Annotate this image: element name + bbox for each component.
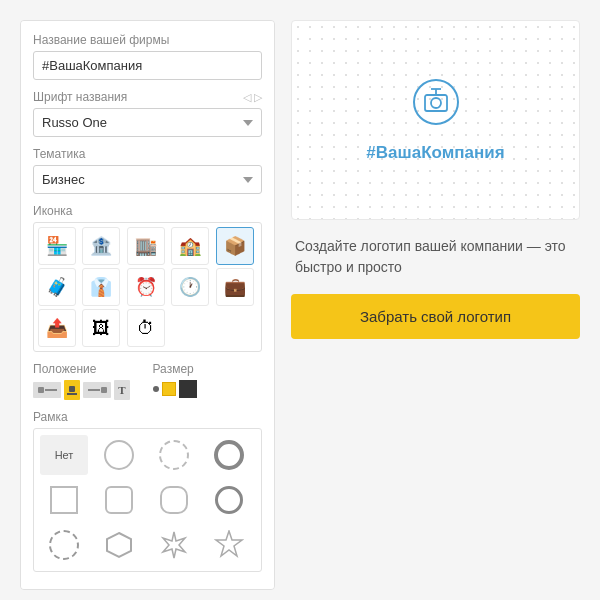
icon-cell-box[interactable]: 📦 xyxy=(216,227,254,265)
font-select[interactable]: Russo One Arial Times New Roman xyxy=(33,108,262,137)
tagline-text: Создайте логотип вашей компании — это бы… xyxy=(291,236,580,278)
frame-square[interactable] xyxy=(40,480,88,520)
icon-cell-store[interactable]: 🏪 xyxy=(38,227,76,265)
theme-label: Тематика xyxy=(33,147,262,161)
icon-cell-briefcase[interactable]: 💼 xyxy=(216,268,254,306)
frame-label: Рамка xyxy=(33,410,262,424)
icon-group: Иконка 🏪 🏦 🏬 🏫 📦 🧳 👔 ⏰ 🕐 💼 📤 🖼 ⏱ xyxy=(33,204,262,352)
size-label: Размер xyxy=(153,362,263,376)
icon-cell-frame[interactable]: 🖼 xyxy=(82,309,120,347)
cta-button[interactable]: Забрать свой логотип xyxy=(291,294,580,339)
size-small[interactable] xyxy=(153,386,159,392)
svg-point-5 xyxy=(431,98,441,108)
frame-circle-thick[interactable] xyxy=(205,435,253,475)
frame-circle-dot[interactable] xyxy=(40,525,88,565)
icon-cell-clock[interactable]: 🕐 xyxy=(171,268,209,306)
pos-icon-left-text-left[interactable] xyxy=(33,382,61,398)
icon-label: Иконка xyxy=(33,204,262,218)
position-options: T xyxy=(33,380,143,400)
svg-marker-2 xyxy=(216,531,242,556)
pos-size-row: Положение xyxy=(33,362,262,400)
company-name-group: Название вашей фирмы xyxy=(33,33,262,80)
company-name-label: Название вашей фирмы xyxy=(33,33,262,47)
position-label: Положение xyxy=(33,362,143,376)
pos-text-only[interactable]: T xyxy=(114,380,130,400)
frame-none[interactable]: Нет xyxy=(40,435,88,475)
pos-text-left-icon-right[interactable] xyxy=(83,382,111,398)
frame-star-badge[interactable] xyxy=(205,525,253,565)
theme-select[interactable]: Бизнес Технологии Медицина xyxy=(33,165,262,194)
position-group: Положение xyxy=(33,362,143,400)
icon-cell-upload[interactable]: 📤 xyxy=(38,309,76,347)
size-medium[interactable] xyxy=(162,382,176,396)
main-container: Название вашей фирмы Шрифт названия ◁ ▷ … xyxy=(20,20,580,590)
frame-circle-thin[interactable] xyxy=(95,435,143,475)
icon-cell-tie[interactable]: 👔 xyxy=(82,268,120,306)
preview-icon xyxy=(411,77,461,137)
size-options xyxy=(153,380,263,398)
icon-cell-bank[interactable]: 🏦 xyxy=(82,227,120,265)
theme-group: Тематика Бизнес Технологии Медицина xyxy=(33,147,262,194)
icon-cell-bag[interactable]: 🧳 xyxy=(38,268,76,306)
pos-icon-top-text-bottom[interactable] xyxy=(64,380,80,400)
icon-cell-alarm[interactable]: ⏰ xyxy=(127,268,165,306)
icon-grid: 🏪 🏦 🏬 🏫 📦 🧳 👔 ⏰ 🕐 💼 📤 🖼 ⏱ xyxy=(33,222,262,352)
company-name-input[interactable] xyxy=(33,51,262,80)
frame-rounded-xl[interactable] xyxy=(205,480,253,520)
left-panel: Название вашей фирмы Шрифт названия ◁ ▷ … xyxy=(20,20,275,590)
font-nav-arrows: ◁ ▷ xyxy=(243,91,262,104)
svg-marker-0 xyxy=(107,533,131,557)
frame-rounded-lg[interactable] xyxy=(150,480,198,520)
svg-marker-1 xyxy=(163,532,185,558)
icon-cell-building[interactable]: 🏬 xyxy=(127,227,165,265)
frame-grid: Нет xyxy=(33,428,262,572)
right-panel: #ВашаКомпания Создайте логотип вашей ком… xyxy=(291,20,580,590)
icon-cell-stopwatch[interactable]: ⏱ xyxy=(127,309,165,347)
font-group: Шрифт названия ◁ ▷ Russo One Arial Times… xyxy=(33,90,262,137)
size-large[interactable] xyxy=(179,380,197,398)
size-group: Размер xyxy=(153,362,263,400)
frame-hexagon[interactable] xyxy=(95,525,143,565)
frame-badge[interactable] xyxy=(150,525,198,565)
preview-company-name: #ВашаКомпания xyxy=(366,143,504,163)
svg-point-3 xyxy=(414,80,458,124)
logo-preview: #ВашаКомпания xyxy=(291,20,580,220)
frame-circle-dashed[interactable] xyxy=(150,435,198,475)
frame-group: Рамка Нет xyxy=(33,410,262,572)
font-label: Шрифт названия ◁ ▷ xyxy=(33,90,262,104)
icon-cell-school[interactable]: 🏫 xyxy=(171,227,209,265)
frame-rounded-sm[interactable] xyxy=(95,480,143,520)
